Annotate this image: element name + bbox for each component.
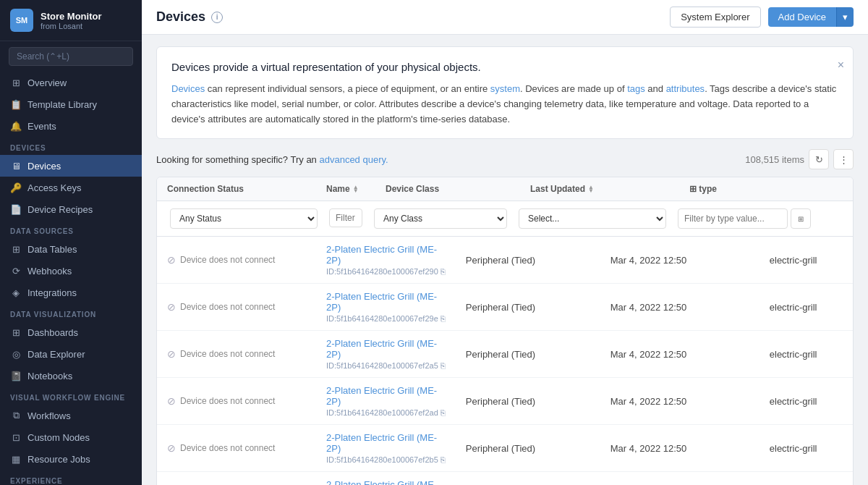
type-filter[interactable] — [678, 208, 788, 229]
more-options-button[interactable]: ⋮ — [833, 149, 854, 169]
sidebar: SM Store Monitor from Losant ⊞ Overview … — [0, 0, 142, 485]
main-content: Devices i System Explorer Add Device ▾ ×… — [142, 0, 868, 485]
table-icon: ⊞ — [10, 243, 22, 255]
sidebar-item-data-tables[interactable]: ⊞ Data Tables — [0, 238, 142, 260]
sidebar-item-events[interactable]: 🔔 Events — [0, 115, 142, 137]
device-name-link[interactable]: 2-Platen Electric Grill (ME-2P) — [326, 338, 446, 360]
sidebar-item-template-library[interactable]: 📋 Template Library — [0, 93, 142, 115]
name-sort-icon: ▲▼ — [353, 185, 359, 193]
class-filter[interactable]: Any Class — [374, 208, 507, 229]
sidebar-item-data-explorer[interactable]: ◎ Data Explorer — [0, 343, 142, 365]
app-name: Store Monitor — [41, 11, 102, 22]
sidebar-item-custom-nodes[interactable]: ⊡ Custom Nodes — [0, 426, 142, 448]
table-row: ⊘ Device does not connect 2-Platen Elect… — [157, 472, 853, 485]
sidebar-item-workflows[interactable]: ⧉ Workflows — [0, 405, 142, 426]
sidebar-item-integrations[interactable]: ◈ Integrations — [0, 282, 142, 303]
status-text: Device does not connect — [180, 396, 275, 406]
device-name-link[interactable]: 2-Platen Electric Grill (ME-2P) — [326, 479, 446, 485]
copy-icon[interactable]: ⎘ — [441, 267, 446, 276]
last-updated-filter[interactable]: Select... — [519, 208, 666, 229]
webhook-icon: ⟳ — [10, 265, 22, 277]
td-updated: Mar 4, 2022 12:50 — [600, 248, 760, 273]
device-id: ID:5f1b64164280e100067ef290 ⎘ — [326, 267, 446, 276]
copy-icon[interactable]: ⎘ — [441, 314, 446, 323]
sidebar-item-label: Devices — [27, 161, 61, 172]
sidebar-item-resource-jobs[interactable]: ▦ Resource Jobs — [0, 448, 142, 470]
td-name: 2-Platen Electric Grill (ME-2P) ID:5f1b6… — [316, 331, 456, 377]
th-connection-status: Connection Status — [157, 177, 316, 201]
td-class: Peripheral (Tied) — [456, 389, 600, 414]
app-avatar: SM — [10, 9, 33, 32]
status-text: Device does not connect — [180, 302, 275, 312]
sidebar-item-access-keys[interactable]: 🔑 Access Keys — [0, 177, 142, 198]
sidebar-item-devices[interactable]: 🖥 Devices — [0, 155, 142, 177]
sidebar-item-overview[interactable]: ⊞ Overview — [0, 72, 142, 93]
sidebar-item-label: Data Explorer — [27, 349, 85, 360]
device-name-link[interactable]: 2-Platen Electric Grill (ME-2P) — [326, 291, 446, 313]
th-last-updated[interactable]: Last Updated ▲▼ — [520, 177, 679, 201]
status-text: Device does not connect — [180, 443, 275, 453]
table-row: ⊘ Device does not connect 2-Platen Elect… — [157, 331, 853, 378]
no-connect-icon: ⊘ — [167, 301, 176, 313]
copy-icon[interactable]: ⎘ — [441, 455, 446, 464]
sidebar-item-dashboards[interactable]: ⊞ Dashboards — [0, 321, 142, 343]
td-type: electric-grill — [760, 389, 854, 414]
refresh-button[interactable]: ↻ — [809, 149, 829, 169]
th-class: Device Class — [375, 177, 520, 201]
td-updated: Mar 4, 2022 12:50 — [600, 436, 760, 461]
column-options-button[interactable]: ⊞ — [791, 208, 811, 229]
add-device-button[interactable]: Add Device — [768, 7, 836, 27]
sidebar-item-webhooks[interactable]: ⟳ Webhooks — [0, 260, 142, 282]
copy-icon[interactable]: ⎘ — [441, 361, 446, 370]
info-icon[interactable]: i — [211, 12, 223, 23]
name-filter[interactable] — [329, 208, 362, 227]
close-icon[interactable]: × — [838, 56, 844, 75]
system-explorer-button[interactable]: System Explorer — [670, 7, 760, 28]
sidebar-item-label: Workflows — [27, 410, 71, 421]
device-icon: 🖥 — [10, 160, 22, 172]
sidebar-item-device-recipes[interactable]: 📄 Device Recipes — [0, 198, 142, 220]
device-id: ID:5f1b64164280e100067ef2ad ⎘ — [326, 408, 446, 417]
sidebar-item-label: Events — [27, 121, 56, 132]
search-container — [0, 41, 142, 72]
attributes-link[interactable]: attributes — [666, 83, 705, 94]
grid-icon: ⊞ — [10, 77, 22, 88]
status-text: Device does not connect — [180, 255, 275, 265]
td-name: 2-Platen Electric Grill (ME-2P) ID:5f1b6… — [316, 472, 456, 485]
td-name: 2-Platen Electric Grill (ME-2P) ID:5f1b6… — [316, 284, 456, 330]
recipe-icon: 📄 — [10, 203, 22, 215]
connection-status-filter[interactable]: Any Status — [170, 208, 318, 229]
device-name-link[interactable]: 2-Platen Electric Grill (ME-2P) — [326, 244, 446, 266]
td-status: ⊘ Device does not connect — [157, 294, 316, 320]
device-name-link[interactable]: 2-Platen Electric Grill (ME-2P) — [326, 432, 446, 454]
sidebar-item-label: Data Tables — [27, 244, 77, 255]
sidebar-item-label: Custom Nodes — [27, 432, 90, 443]
no-connect-icon: ⊘ — [167, 348, 176, 360]
section-experience-label: EXPERIENCE — [0, 470, 142, 485]
sidebar-item-notebooks[interactable]: 📓 Notebooks — [0, 365, 142, 387]
td-class: Peripheral (Tied) — [456, 295, 600, 320]
sidebar-item-label: Template Library — [27, 99, 97, 110]
search-input[interactable] — [9, 47, 133, 66]
td-updated: Mar 4, 2022 12:50 — [600, 295, 760, 320]
advanced-query-link[interactable]: advanced query. — [319, 154, 388, 165]
tags-link[interactable]: tags — [627, 83, 645, 94]
system-link[interactable]: system — [490, 83, 520, 94]
sidebar-item-label: Notebooks — [27, 371, 72, 381]
td-updated: Mar 4, 2022 12:50 — [600, 342, 760, 367]
add-device-dropdown[interactable]: ▾ — [836, 7, 854, 27]
copy-icon[interactable]: ⎘ — [441, 408, 446, 417]
dashboard-icon: ⊞ — [10, 326, 22, 338]
top-bar: Devices i System Explorer Add Device ▾ — [142, 0, 868, 35]
device-name-link[interactable]: 2-Platen Electric Grill (ME-2P) — [326, 385, 446, 407]
item-count: 108,515 items — [745, 154, 804, 165]
table-row: ⊘ Device does not connect 2-Platen Elect… — [157, 425, 853, 472]
th-name[interactable]: Name ▲▼ — [316, 177, 375, 201]
page-title: Devices — [156, 9, 205, 25]
td-name: 2-Platen Electric Grill (ME-2P) ID:5f1b6… — [316, 378, 456, 424]
table-controls: Looking for something specific? Try an a… — [156, 149, 854, 169]
top-bar-actions: System Explorer Add Device ▾ — [670, 7, 854, 28]
status-text: Device does not connect — [180, 349, 275, 359]
devices-link[interactable]: Devices — [171, 83, 205, 94]
alert-icon: 🔔 — [10, 120, 22, 132]
